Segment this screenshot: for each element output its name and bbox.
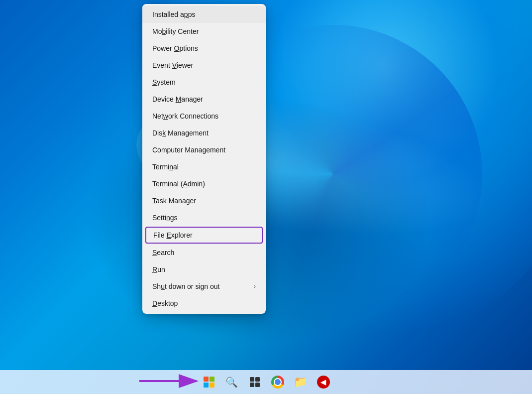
svg-rect-5 — [255, 383, 260, 387]
arrow-svg — [139, 374, 204, 388]
menu-item-disk-management[interactable]: Disk Management — [142, 125, 266, 141]
menu-item-search[interactable]: Search — [142, 244, 266, 261]
svg-rect-2 — [250, 377, 254, 382]
menu-item-terminal[interactable]: Terminal — [142, 158, 266, 175]
arrow-indicator — [139, 374, 204, 388]
menu-item-installed-apps[interactable]: Installed apps — [142, 6, 266, 23]
menu-item-run[interactable]: Run — [142, 261, 266, 278]
taskview-icon — [249, 377, 260, 388]
desktop: Installed apps Mobility Center Power Opt… — [0, 0, 532, 394]
folder-button[interactable]: 📁 — [290, 371, 312, 393]
search-icon: 🔍 — [225, 376, 238, 388]
menu-item-power-options[interactable]: Power Options — [142, 40, 266, 57]
menu-item-file-explorer[interactable]: File Explorer — [145, 227, 263, 244]
menu-item-device-manager[interactable]: Device Manager — [142, 91, 266, 108]
circle-app-icon: ◀ — [317, 376, 330, 389]
chrome-icon — [271, 376, 284, 389]
circle-app-button[interactable]: ◀ — [313, 371, 334, 393]
menu-item-desktop[interactable]: Desktop — [142, 295, 266, 312]
svg-rect-4 — [250, 383, 254, 387]
chrome-button[interactable] — [267, 371, 289, 393]
search-button[interactable]: 🔍 — [221, 371, 243, 393]
menu-item-computer-management[interactable]: Computer Management — [142, 141, 266, 158]
menu-item-shut-down[interactable]: Shut down or sign out › — [142, 278, 266, 295]
context-menu: Installed apps Mobility Center Power Opt… — [142, 4, 266, 314]
menu-item-event-viewer[interactable]: Event Viewer — [142, 57, 266, 74]
menu-item-mobility-center[interactable]: Mobility Center — [142, 23, 266, 40]
menu-item-system[interactable]: System — [142, 74, 266, 91]
menu-item-network-connections[interactable]: Network Connections — [142, 108, 266, 125]
menu-item-terminal-admin[interactable]: Terminal (Admin) — [142, 175, 266, 192]
menu-item-settings[interactable]: Settings — [142, 209, 266, 226]
folder-icon: 📁 — [294, 376, 307, 389]
menu-item-task-manager[interactable]: Task Manager — [142, 192, 266, 209]
taskbar: 🔍 📁 ◀ — [0, 370, 532, 394]
taskview-button[interactable] — [244, 371, 266, 393]
taskbar-icons: 🔍 📁 ◀ — [198, 371, 334, 393]
svg-rect-3 — [255, 377, 260, 382]
windows-logo-icon — [204, 377, 214, 388]
submenu-arrow: › — [254, 283, 256, 290]
